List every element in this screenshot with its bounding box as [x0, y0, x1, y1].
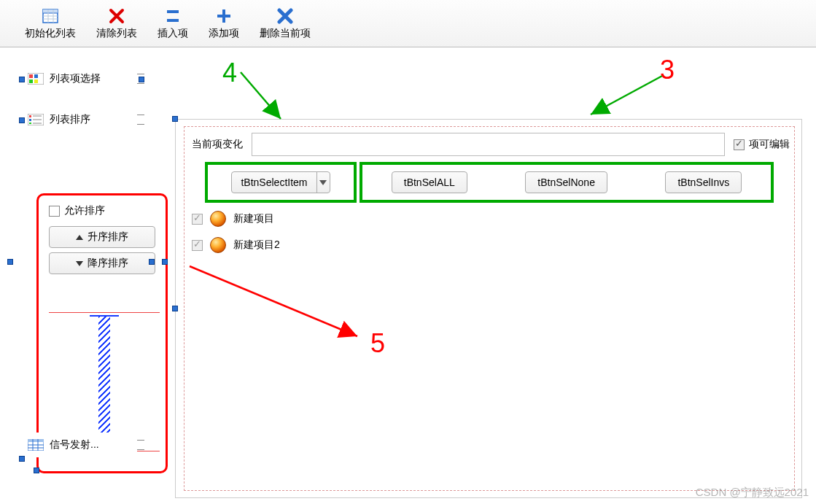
allow-sort-checkbox[interactable]: 允许排序	[49, 204, 155, 217]
list-widget[interactable]: 新建项目 新建项目2	[187, 206, 797, 490]
svg-rect-10	[217, 15, 230, 18]
svg-rect-18	[29, 119, 31, 121]
insert-icon	[163, 7, 182, 26]
sort-desc-label: 降序排序	[88, 257, 128, 270]
chevron-down-icon	[316, 172, 330, 193]
table-icon	[41, 7, 60, 26]
svg-rect-24	[28, 439, 44, 442]
svg-rect-1	[43, 9, 58, 13]
annotation-4: 4	[222, 58, 237, 88]
plus-blue-icon	[214, 7, 233, 26]
main-toolbar: 初始化列表 清除列表 插入项 添加项 删除当前项	[0, 0, 816, 47]
main-form-panel: 当前项变化 项可编辑 tBtnSelectItem tBtnSelALL	[175, 119, 802, 498]
checkbox-disabled-icon	[192, 214, 203, 225]
init-list-label: 初始化列表	[25, 27, 76, 40]
delete-current-button[interactable]: 删除当前项	[249, 0, 321, 47]
svg-rect-17	[29, 115, 31, 117]
sort-asc-button[interactable]: 升序排序	[49, 226, 155, 248]
add-item-button[interactable]: 添加项	[198, 0, 249, 47]
clear-list-button[interactable]: 清除列表	[86, 0, 147, 47]
delete-current-label: 删除当前项	[260, 27, 311, 40]
select-inverse-button[interactable]: tBtnSelInvs	[665, 171, 742, 193]
table-blue-icon	[28, 438, 44, 451]
list-item[interactable]: 新建项目2	[187, 232, 797, 258]
sidebar-item-signal[interactable]: 信号发射...	[22, 433, 137, 457]
list-color-icon	[28, 113, 44, 126]
select-all-label: tBtnSelALL	[404, 177, 455, 188]
grid-color-icon	[28, 72, 44, 85]
sidebar-item-sort-label: 列表排序	[50, 113, 90, 126]
triangle-up-icon	[76, 235, 83, 240]
connector-icon	[137, 115, 144, 125]
current-item-input[interactable]	[252, 133, 725, 156]
ball-orange-icon	[210, 211, 226, 227]
allow-sort-label: 允许排序	[64, 204, 105, 217]
select-item-toolbar: tBtnSelectItem	[208, 165, 354, 200]
sidebar-item-signal-label: 信号发射...	[50, 438, 99, 451]
list-item-text: 新建项目2	[233, 239, 280, 252]
item-editable-label: 项可编辑	[749, 138, 790, 151]
triangle-down-icon	[76, 261, 83, 266]
connector-icon	[137, 440, 144, 450]
sort-desc-button[interactable]: 降序排序	[49, 252, 155, 274]
select-inverse-label: tBtnSelInvs	[677, 177, 729, 188]
current-item-change-label: 当前项变化	[187, 138, 247, 151]
select-none-button[interactable]: tBtnSelNone	[525, 171, 607, 193]
add-item-label: 添加项	[209, 27, 239, 40]
checkbox-disabled-icon	[192, 240, 203, 251]
svg-rect-13	[34, 74, 38, 78]
item-editable-checkbox[interactable]: 项可编辑	[734, 138, 790, 151]
svg-line-30	[591, 75, 664, 115]
x-red-icon	[107, 7, 126, 26]
select-none-label: tBtnSelNone	[537, 177, 595, 188]
svg-rect-7	[167, 10, 179, 13]
select-all-button[interactable]: tBtnSelALL	[392, 171, 467, 193]
svg-rect-14	[29, 80, 33, 83]
svg-rect-12	[29, 74, 33, 78]
select-item-combo[interactable]: tBtnSelectItem	[231, 171, 330, 193]
svg-rect-19	[29, 123, 31, 124]
insert-item-button[interactable]: 插入项	[147, 0, 198, 47]
svg-rect-8	[167, 19, 179, 22]
x-blue-icon	[276, 7, 295, 26]
clear-list-label: 清除列表	[96, 27, 137, 40]
checkbox-checked-icon	[734, 139, 745, 150]
list-item[interactable]: 新建项目	[187, 206, 797, 232]
ball-orange-icon	[210, 237, 226, 253]
list-item-text: 新建项目	[233, 212, 274, 225]
init-list-button[interactable]: 初始化列表	[15, 0, 86, 47]
sidebar-item-sort[interactable]: 列表排序	[22, 107, 137, 132]
svg-rect-15	[34, 80, 38, 83]
checkbox-icon	[49, 206, 60, 217]
designer-surface: 列表项选择 列表排序 允许排序 升序排序 降序排序	[0, 47, 816, 504]
annotation-3: 3	[660, 55, 675, 85]
sidebar-item-select-label: 列表项选择	[50, 72, 101, 85]
selection-buttons-toolbar: tBtnSelALL tBtnSelNone tBtnSelInvs	[362, 165, 771, 200]
sidebar-item-select[interactable]: 列表项选择	[22, 66, 137, 91]
svg-line-29	[241, 72, 281, 119]
insert-item-label: 插入项	[158, 27, 188, 40]
sort-groupbox: 允许排序 升序排序 降序排序	[36, 193, 168, 473]
sort-asc-label: 升序排序	[88, 230, 128, 244]
select-item-combo-label: tBtnSelectItem	[232, 177, 316, 188]
watermark-text: CSDN @宁静致远2021	[696, 486, 809, 500]
